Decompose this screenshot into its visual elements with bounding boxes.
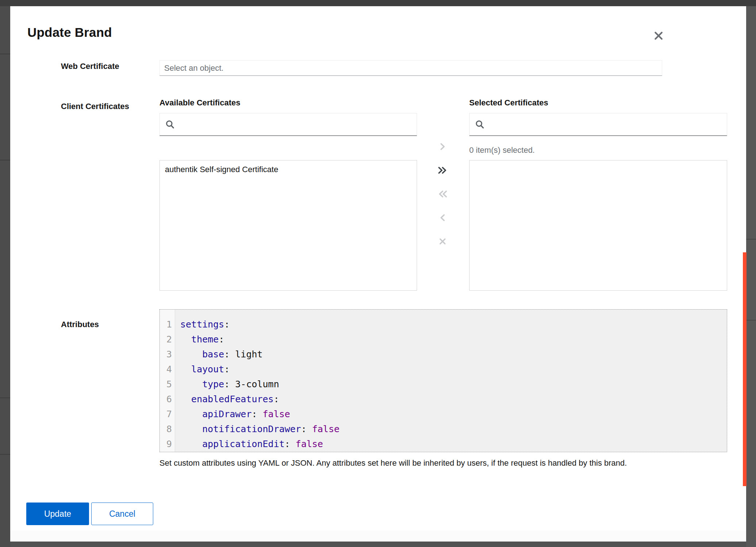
- page-overlay-left: [0, 6, 10, 547]
- chevron-right-icon: [438, 142, 447, 151]
- available-search[interactable]: [159, 113, 417, 136]
- available-certificates-heading: Available Certificates: [159, 97, 240, 108]
- line-number: 5: [160, 377, 175, 392]
- close-icon: [653, 30, 664, 41]
- page-overlay-bottom: [10, 542, 746, 547]
- remove-selected-button[interactable]: [435, 210, 451, 225]
- selected-certificates-heading: Selected Certificates: [469, 97, 548, 108]
- line-number: 9: [160, 437, 175, 451]
- code-line: 4 layout:: [160, 362, 727, 377]
- double-chevron-left-icon: [437, 189, 448, 199]
- modal-title: Update Brand: [27, 24, 112, 40]
- times-icon: [438, 237, 447, 246]
- web-certificate-label: Web Certificate: [61, 61, 119, 72]
- search-icon: [165, 119, 180, 129]
- transfer-controls: [435, 139, 451, 249]
- line-number: 8: [160, 422, 175, 437]
- selected-search-input[interactable]: [489, 113, 722, 135]
- line-number: 1: [160, 317, 175, 332]
- code-line: 2 theme:: [160, 332, 727, 347]
- clear-selection-button[interactable]: [435, 234, 451, 249]
- double-chevron-right-icon: [437, 165, 448, 175]
- add-selected-button[interactable]: [435, 139, 451, 154]
- cancel-button[interactable]: Cancel: [91, 503, 153, 525]
- selected-count-status: 0 item(s) selected.: [469, 145, 535, 156]
- line-number: 2: [160, 332, 175, 347]
- attributes-label: Attributes: [61, 319, 99, 330]
- add-all-button[interactable]: [435, 163, 451, 178]
- attributes-help-text: Set custom attributes using YAML or JSON…: [159, 458, 729, 469]
- certificate-list-item[interactable]: authentik Self-signed Certificate: [160, 160, 417, 179]
- remove-all-button[interactable]: [435, 187, 451, 201]
- page-overlay-top: [0, 0, 756, 6]
- available-certificates-list[interactable]: authentik Self-signed Certificate: [159, 160, 417, 291]
- selected-certificates-list[interactable]: [469, 160, 727, 291]
- modal-footer-tint: [10, 531, 746, 542]
- line-number: 4: [160, 362, 175, 377]
- close-button[interactable]: [651, 28, 666, 43]
- client-certificates-label: Client Certificates: [61, 101, 129, 112]
- code-line: 3 base: light: [160, 347, 727, 362]
- code-line: 1settings:: [160, 317, 727, 332]
- code-line: 9 applicationEdit: false: [160, 437, 727, 451]
- chevron-left-icon: [438, 213, 447, 222]
- line-number: 3: [160, 347, 175, 362]
- update-button[interactable]: Update: [26, 503, 89, 525]
- web-certificate-select-input[interactable]: [160, 61, 662, 75]
- line-number: 7: [160, 407, 175, 422]
- search-icon: [475, 119, 489, 129]
- code-line: 7 apiDrawer: false: [160, 407, 727, 422]
- available-search-input[interactable]: [180, 113, 412, 135]
- web-certificate-select[interactable]: [159, 60, 662, 76]
- page-overlay-right: [746, 6, 756, 547]
- screen: Update Brand Web Certificate Client Cert…: [0, 0, 756, 547]
- selected-search[interactable]: [469, 113, 727, 136]
- code-line: 5 type: 3-column: [160, 377, 727, 392]
- code-line: 8 notificationDrawer: false: [160, 422, 727, 437]
- update-brand-modal: Update Brand Web Certificate Client Cert…: [10, 6, 746, 542]
- accent-scrollbar[interactable]: [743, 252, 747, 486]
- line-number: 6: [160, 392, 175, 407]
- attributes-code-editor[interactable]: 1settings:2 theme:3 base: light4 layout:…: [159, 309, 727, 452]
- code-line: 6 enabledFeatures:: [160, 392, 727, 407]
